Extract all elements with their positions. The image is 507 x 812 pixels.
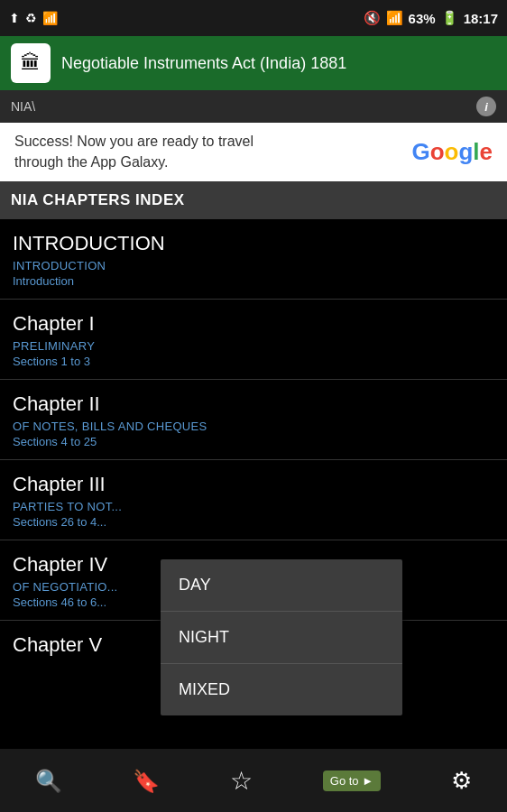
- chapter-item-introduction[interactable]: INTRODUCTION INTRODUCTION Introduction: [0, 219, 507, 300]
- ad-text: Success! Now you are ready to travel thr…: [14, 132, 278, 172]
- breadcrumb-path: NIA\: [11, 99, 35, 114]
- battery-icon: 🔋: [441, 10, 458, 26]
- chapter-item-2[interactable]: Chapter II OF NOTES, BILLS AND CHEQUES S…: [0, 380, 507, 460]
- status-bar-right: 🔇 📶 63% 🔋 18:17: [364, 10, 498, 26]
- breadcrumb-bar: NIA\ i: [0, 90, 507, 123]
- nav-bookmark[interactable]: [230, 766, 253, 796]
- mute-icon: 🔇: [364, 10, 381, 26]
- settings-icon: [451, 767, 472, 795]
- nav-search[interactable]: [35, 767, 62, 795]
- chapter-sections-0: Introduction: [13, 274, 494, 288]
- nav-settings[interactable]: [451, 767, 472, 795]
- section-header: NIA CHAPTERS INDEX: [0, 181, 507, 219]
- clock: 18:17: [464, 11, 498, 26]
- title-bar: 🏛 Negotiable Instruments Act (India) 188…: [0, 36, 507, 90]
- info-icon[interactable]: i: [476, 97, 496, 116]
- app-title: Negotiable Instruments Act (India) 1881: [61, 54, 346, 73]
- sync-icon: ♻: [25, 11, 37, 25]
- chapter-item-1[interactable]: Chapter I PRELIMINARY Sections 1 to 3: [0, 300, 507, 380]
- chapter-title-1: Chapter I: [13, 312, 494, 336]
- chapter-title-3: Chapter III: [13, 473, 494, 496]
- chapter-title-0: INTRODUCTION: [13, 232, 494, 255]
- nav-share[interactable]: [133, 767, 160, 795]
- goto-icon: Go to ►: [323, 770, 381, 791]
- star-icon: [230, 766, 253, 796]
- dropdown-item-day[interactable]: DAY: [161, 559, 402, 612]
- bottom-nav: Go to ►: [0, 749, 507, 812]
- battery-level: 63%: [409, 11, 436, 26]
- status-bar: ⬆ ♻ 📶 🔇 📶 63% 🔋 18:17: [0, 0, 507, 36]
- app-icon: 🏛: [11, 43, 51, 83]
- section-header-text: NIA CHAPTERS INDEX: [11, 191, 185, 209]
- nav-goto[interactable]: Go to ►: [323, 770, 381, 791]
- chapter-sections-3: Sections 26 to 4...: [13, 515, 494, 529]
- signal-bars-icon: 📶: [386, 10, 403, 26]
- chapter-subtitle-0: INTRODUCTION: [13, 259, 494, 272]
- wifi-icon: 📶: [42, 11, 58, 25]
- chapter-subtitle-2: OF NOTES, BILLS AND CHEQUES: [13, 420, 494, 433]
- chapter-item-3[interactable]: Chapter III PARTIES TO NOT... Sections 2…: [0, 460, 507, 540]
- theme-dropdown: DAY NIGHT MIXED: [161, 559, 402, 715]
- chapter-sections-1: Sections 1 to 3: [13, 355, 494, 368]
- app-icon-symbol: 🏛: [21, 51, 41, 75]
- status-bar-left: ⬆ ♻ 📶: [9, 11, 58, 25]
- share-icon: [133, 767, 160, 795]
- chapter-sections-2: Sections 4 to 25: [13, 435, 494, 448]
- search-icon: [35, 767, 62, 795]
- ad-google-logo: Google: [411, 138, 493, 166]
- chapter-subtitle-1: PRELIMINARY: [13, 339, 494, 353]
- ad-banner[interactable]: Success! Now you are ready to travel thr…: [0, 123, 507, 181]
- chapter-subtitle-3: PARTIES TO NOT...: [13, 500, 494, 513]
- usb-icon: ⬆: [9, 11, 20, 25]
- dropdown-item-night[interactable]: NIGHT: [161, 612, 402, 664]
- dropdown-item-mixed[interactable]: MIXED: [161, 664, 402, 715]
- chapter-title-2: Chapter II: [13, 392, 494, 416]
